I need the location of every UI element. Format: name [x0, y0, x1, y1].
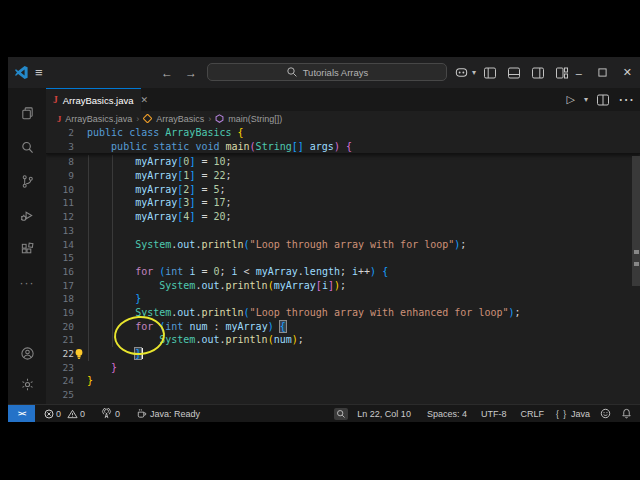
chevron-down-icon: ▾: [472, 68, 476, 77]
code-editor[interactable]: 2public class ArrayBasics {3 public stat…: [46, 126, 640, 404]
line-number: 20: [46, 320, 74, 334]
run-button[interactable]: ▷: [567, 93, 575, 106]
extensions-icon[interactable]: [8, 232, 46, 266]
minimize-button[interactable]: –: [576, 67, 582, 79]
feedback-smiley-icon: [600, 408, 611, 419]
code-text: System.out.println("Loop through array w…: [87, 238, 466, 252]
line-number: 15: [46, 251, 74, 265]
line-number: 2: [46, 126, 74, 140]
toggle-sidebar-icon[interactable]: [484, 67, 496, 79]
line-number: 11: [46, 196, 74, 210]
breadcrumb: J ArrayBasics.java › ArrayBasics › main(…: [46, 111, 640, 126]
source-control-icon[interactable]: [8, 164, 46, 198]
line-number: 19: [46, 306, 74, 320]
code-line-11[interactable]: 11 myArray[3] = 17;: [46, 196, 640, 210]
bell-icon: [621, 408, 632, 419]
code-line-12[interactable]: 12 myArray[4] = 20;: [46, 210, 640, 224]
copilot-icon: [454, 65, 469, 80]
nav-arrows: ← →: [161, 57, 197, 88]
feedback-indicator[interactable]: [595, 405, 616, 422]
gutter-gap: [74, 126, 87, 140]
video-frame: ≡ ← → Tutorials Arrays ▾ –: [0, 0, 640, 480]
tab-bar: J ArrayBasics.java ✕ ▷ ▾ ⋯: [46, 88, 640, 111]
code-text: for (int i = 0; i < myArray.length; i++)…: [87, 265, 388, 279]
activity-bar: ···: [8, 88, 46, 404]
toggle-panel-icon[interactable]: [508, 67, 520, 79]
editor-scrollbar[interactable]: [632, 156, 640, 286]
more-actions-icon[interactable]: ⋯: [618, 90, 634, 109]
settings-gear-icon[interactable]: [8, 370, 46, 404]
search-icon: [286, 66, 298, 78]
toggle-secondary-sidebar-icon[interactable]: [532, 67, 544, 79]
eol-sequence[interactable]: CRLF: [515, 405, 549, 422]
language-label: Java: [571, 409, 590, 419]
line-number: 22: [46, 347, 74, 361]
line-number: 16: [46, 265, 74, 279]
gutter-gap: [74, 292, 87, 306]
command-center-search[interactable]: Tutorials Arrays: [207, 63, 447, 81]
ports-indicator[interactable]: 0: [96, 405, 125, 422]
breadcrumb-separator: ›: [136, 114, 139, 124]
java-file-icon: J: [57, 114, 61, 124]
warning-icon: [67, 409, 78, 419]
code-line-17[interactable]: 17 System.out.println(myArray[i]);: [46, 279, 640, 293]
back-icon[interactable]: ←: [161, 66, 173, 80]
ports-count: 0: [115, 409, 120, 419]
code-line-15[interactable]: 15: [46, 251, 640, 265]
breadcrumb-class[interactable]: ArrayBasics: [156, 114, 204, 124]
sticky-scroll: 2public class ArrayBasics {3 public stat…: [46, 126, 640, 154]
maximize-button[interactable]: [598, 68, 607, 77]
run-debug-icon[interactable]: [8, 198, 46, 232]
line-number: 3: [46, 140, 74, 154]
code-line-14[interactable]: 14 System.out.println("Loop through arra…: [46, 238, 640, 252]
code-text: myArray[2] = 5;: [87, 183, 226, 197]
line-number: 18: [46, 292, 74, 306]
gutter-gap: [74, 333, 87, 347]
braces-icon: { }: [556, 409, 567, 419]
code-text: myArray[4] = 20;: [87, 210, 232, 224]
indentation[interactable]: Spaces: 4: [422, 405, 472, 422]
encoding[interactable]: UTF-8: [476, 405, 512, 422]
code-line-3[interactable]: 3 public static void main(String[] args)…: [46, 140, 640, 154]
code-line-10[interactable]: 10 myArray[2] = 5;: [46, 183, 640, 197]
search-view-icon[interactable]: [8, 130, 46, 164]
remote-indicator[interactable]: ><: [8, 405, 35, 422]
line-number: 24: [46, 374, 74, 388]
breadcrumb-symbol[interactable]: main(String[]): [228, 114, 282, 124]
code-line-8[interactable]: 8 myArray[0] = 10;: [46, 155, 640, 169]
code-line-25[interactable]: 25: [46, 388, 640, 402]
code-line-23[interactable]: 23 }: [46, 361, 640, 375]
zoom-indicator[interactable]: [334, 408, 348, 420]
code-line-9[interactable]: 9 myArray[1] = 22;: [46, 169, 640, 183]
breadcrumb-file[interactable]: ArrayBasics.java: [65, 114, 132, 124]
notifications-indicator[interactable]: [616, 405, 640, 422]
cursor-position[interactable]: Ln 22, Col 10: [352, 405, 416, 422]
close-button[interactable]: ✕: [623, 66, 632, 79]
line-number: 21: [46, 333, 74, 347]
code-line-2[interactable]: 2public class ArrayBasics {: [46, 126, 640, 140]
code-line-24[interactable]: 24}: [46, 374, 640, 388]
problems-indicator[interactable]: 0 0: [39, 405, 90, 422]
customize-layout-icon[interactable]: [556, 67, 568, 79]
java-status-label: Java: Ready: [150, 409, 200, 419]
copilot-menu[interactable]: ▾: [454, 57, 476, 88]
code-line-16[interactable]: 16 for (int i = 0; i < myArray.length; i…: [46, 265, 640, 279]
tab-close-icon[interactable]: ✕: [141, 95, 149, 105]
tab-arraybasics[interactable]: J ArrayBasics.java ✕: [46, 88, 141, 111]
java-status[interactable]: Java: Ready: [131, 405, 205, 422]
explorer-icon[interactable]: [8, 96, 46, 130]
run-dropdown-icon[interactable]: ▾: [584, 95, 588, 104]
account-icon[interactable]: [8, 336, 46, 370]
scrollbar-mark: [634, 262, 639, 266]
gutter-gap: [74, 210, 87, 224]
code-line-13[interactable]: 13: [46, 224, 640, 238]
code-text: }: [87, 374, 93, 388]
more-views-icon[interactable]: ···: [8, 266, 46, 300]
lightbulb-icon[interactable]: [74, 348, 84, 360]
menu-icon[interactable]: ≡: [35, 57, 43, 88]
code-line-18[interactable]: 18 }: [46, 292, 640, 306]
forward-icon[interactable]: →: [185, 66, 197, 80]
split-editor-icon[interactable]: [597, 94, 609, 106]
code-text: }: [87, 361, 117, 375]
language-mode[interactable]: { } Java: [551, 405, 595, 422]
